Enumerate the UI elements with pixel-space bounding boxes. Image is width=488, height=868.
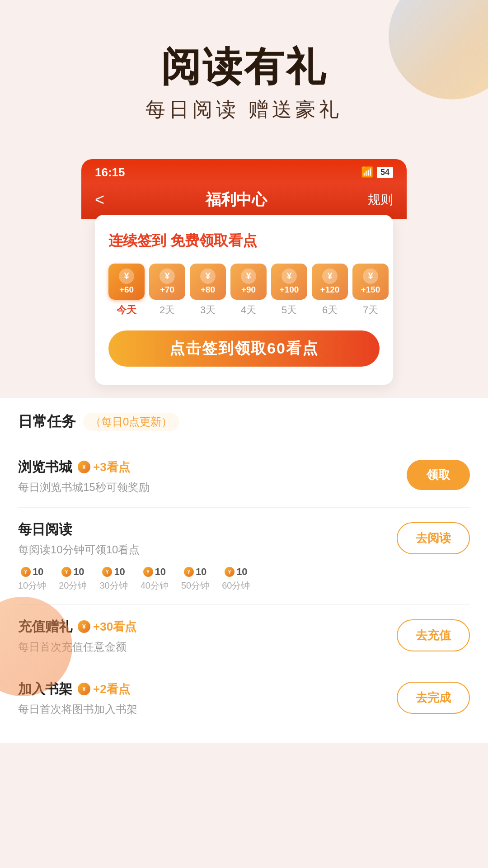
coin-yuan-symbol: ¥ xyxy=(119,269,134,284)
hero-subtitle: 每日阅读 赠送豪礼 xyxy=(27,96,461,123)
mini-amount: 10 xyxy=(236,566,247,578)
task-action-button[interactable]: 去完成 xyxy=(397,682,470,714)
task-item: 加入书架 ¥ +2看点 每日首次将图书加入书架 去完成 xyxy=(18,667,470,729)
day-coin: ¥ +60 xyxy=(108,264,145,300)
reward-text: +30看点 xyxy=(93,619,136,635)
status-bar: 16:15 📶 54 xyxy=(81,159,407,183)
progress-time: 30分钟 xyxy=(100,580,128,592)
task-left: 浏览书城 ¥ +3看点 每日浏览书城15秒可领奖励 xyxy=(18,458,407,495)
coin-yuan-symbol: ¥ xyxy=(241,269,256,284)
day-label: 今天 xyxy=(117,303,136,317)
nav-title: 福利中心 xyxy=(206,189,267,210)
tasks-section: 日常任务 （每日0点更新） 浏览书城 ¥ +3看点 每日浏览书城15秒可领奖励 … xyxy=(0,398,488,743)
task-row: 加入书架 ¥ +2看点 每日首次将图书加入书架 去完成 xyxy=(18,680,470,717)
task-desc: 每日首次将图书加入书架 xyxy=(18,702,397,717)
coin-amount: +90 xyxy=(241,285,256,295)
progress-coin-item: ¥ 10 30分钟 xyxy=(100,566,128,592)
day-label: 6天 xyxy=(322,303,338,317)
checkin-day-item: ¥ +60 今天 xyxy=(108,264,145,317)
task-name-row: 加入书架 ¥ +2看点 xyxy=(18,680,397,698)
checkin-title: 连续签到 免费领取看点 xyxy=(108,231,380,251)
task-action-button[interactable]: 领取 xyxy=(407,460,470,490)
checkin-day-item: ¥ +90 4天 xyxy=(230,264,267,317)
reward-coin-icon: ¥ xyxy=(78,620,90,633)
day-label: 3天 xyxy=(200,303,216,317)
task-left: 加入书架 ¥ +2看点 每日首次将图书加入书架 xyxy=(18,680,397,717)
task-left: 每日阅读 每阅读10分钟可领10看点 xyxy=(18,520,397,557)
hero-section: 阅读有礼 每日阅读 赠送豪礼 xyxy=(0,0,488,141)
back-button[interactable]: < xyxy=(95,190,104,209)
task-item: 充值赠礼 ¥ +30看点 每日首次充值任意金额 去充值 xyxy=(18,605,470,667)
progress-coin-item: ¥ 10 60分钟 xyxy=(222,566,250,592)
mini-coin: ¥ xyxy=(143,567,153,577)
checkin-day-item: ¥ +150 7天 xyxy=(352,264,389,317)
day-coin: ¥ +120 xyxy=(312,264,348,300)
progress-coins: ¥ 10 10分钟 ¥ 10 20分钟 ¥ 10 xyxy=(18,566,470,592)
mini-amount: 10 xyxy=(196,566,206,578)
task-action-button[interactable]: 去充值 xyxy=(397,619,470,651)
progress-coin-item: ¥ 10 40分钟 xyxy=(141,566,169,592)
progress-coin-item: ¥ 10 10分钟 xyxy=(18,566,46,592)
day-coin: ¥ +150 xyxy=(352,264,389,300)
mini-amount: 10 xyxy=(73,566,84,578)
coin-yuan-symbol: ¥ xyxy=(282,269,297,284)
progress-time: 40分钟 xyxy=(141,580,169,592)
task-item: 每日阅读 每阅读10分钟可领10看点 去阅读 ¥ 10 10分钟 ¥ xyxy=(18,508,470,605)
day-label: 7天 xyxy=(363,303,378,317)
coin-amount: +70 xyxy=(160,285,174,295)
nav-rule-button[interactable]: 规则 xyxy=(368,191,393,208)
progress-coin-item: ¥ 10 20分钟 xyxy=(59,566,87,592)
reward-coin-icon: ¥ xyxy=(78,683,90,695)
progress-time: 50分钟 xyxy=(181,580,209,592)
checkin-day-item: ¥ +120 6天 xyxy=(312,264,348,317)
mini-coin: ¥ xyxy=(61,567,71,577)
progress-coin-badge: ¥ 10 xyxy=(225,566,247,578)
coin-amount: +100 xyxy=(280,285,299,295)
day-label: 5天 xyxy=(282,303,297,317)
battery-badge: 54 xyxy=(377,167,393,178)
coin-amount: +150 xyxy=(361,285,380,295)
coin-amount: +60 xyxy=(119,285,134,295)
task-left: 充值赠礼 ¥ +30看点 每日首次充值任意金额 xyxy=(18,618,397,654)
reward-text: +3看点 xyxy=(93,459,130,475)
task-desc: 每阅读10分钟可领10看点 xyxy=(18,542,397,557)
task-reward: ¥ +3看点 xyxy=(78,459,130,475)
task-desc: 每日首次充值任意金额 xyxy=(18,640,397,654)
progress-coin-badge: ¥ 10 xyxy=(184,566,206,578)
day-label: 4天 xyxy=(241,303,256,317)
progress-time: 60分钟 xyxy=(222,580,250,592)
task-item: 浏览书城 ¥ +3看点 每日浏览书城15秒可领奖励 领取 xyxy=(18,445,470,508)
checkin-day-item: ¥ +70 2天 xyxy=(149,264,185,317)
mini-amount: 10 xyxy=(155,566,166,578)
status-time: 16:15 xyxy=(95,165,125,179)
day-coin: ¥ +80 xyxy=(190,264,226,300)
checkin-button[interactable]: 点击签到领取60看点 xyxy=(108,330,380,367)
coin-amount: +80 xyxy=(201,285,215,295)
task-name-row: 充值赠礼 ¥ +30看点 xyxy=(18,618,397,636)
mini-coin: ¥ xyxy=(102,567,112,577)
day-label: 2天 xyxy=(160,303,175,317)
progress-coin-item: ¥ 10 50分钟 xyxy=(181,566,209,592)
day-coin: ¥ +70 xyxy=(149,264,185,300)
progress-time: 10分钟 xyxy=(18,580,46,592)
day-coin: ¥ +100 xyxy=(271,264,307,300)
coin-yuan-symbol: ¥ xyxy=(322,269,338,284)
phone-mockup: 16:15 📶 54 < 福利中心 规则 连续签到 免费领取看点 ¥ +60 今… xyxy=(81,159,407,389)
progress-coin-badge: ¥ 10 xyxy=(61,566,84,578)
checkin-day-item: ¥ +100 5天 xyxy=(271,264,307,317)
checkin-card: 连续签到 免费领取看点 ¥ +60 今天 ¥ +70 2天 ¥ +80 3天 ¥… xyxy=(95,215,393,385)
mini-coin: ¥ xyxy=(21,567,31,577)
day-coin: ¥ +90 xyxy=(230,264,267,300)
coin-yuan-symbol: ¥ xyxy=(160,269,175,284)
coin-yuan-symbol: ¥ xyxy=(200,269,216,284)
progress-coin-badge: ¥ 10 xyxy=(102,566,125,578)
mini-coin: ¥ xyxy=(184,567,194,577)
tasks-list: 浏览书城 ¥ +3看点 每日浏览书城15秒可领奖励 领取 每日阅读 每阅读10分… xyxy=(18,445,470,729)
task-reward: ¥ +30看点 xyxy=(78,619,136,635)
coin-yuan-symbol: ¥ xyxy=(363,269,378,284)
tasks-title: 日常任务 xyxy=(18,412,76,432)
status-icons: 📶 54 xyxy=(361,166,393,178)
tasks-header: 日常任务 （每日0点更新） xyxy=(18,412,470,432)
task-action-button[interactable]: 去阅读 xyxy=(397,522,470,554)
reward-coin-icon: ¥ xyxy=(78,461,90,473)
